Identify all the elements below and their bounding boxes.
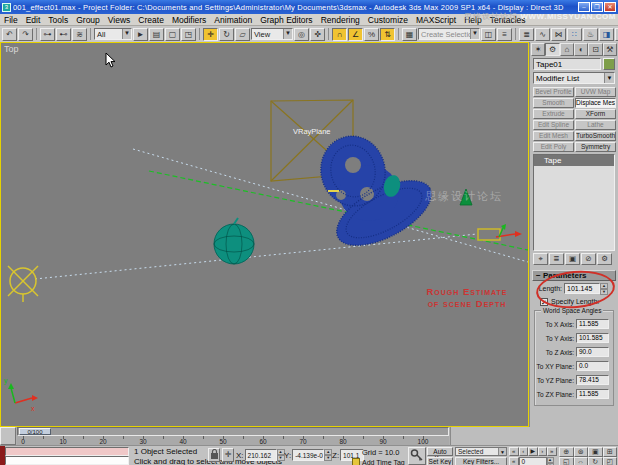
arc-rotate-button[interactable]: ↻ — [588, 457, 603, 465]
teal-sphere-object[interactable] — [214, 218, 254, 264]
named-sets-dropdown[interactable]: Create Selection Set▼ — [418, 28, 480, 40]
rendered-frame-button[interactable]: ◨ — [599, 28, 614, 41]
undo-button[interactable]: ↶ — [2, 28, 17, 41]
edit-named-sets-button[interactable]: ▦ — [402, 28, 417, 41]
angle-field-5[interactable]: 11.585 — [576, 389, 609, 399]
previous-frame-button[interactable]: ‹ — [519, 447, 529, 456]
align-button[interactable]: ≡ — [497, 28, 512, 41]
pin-stack-button[interactable]: ⌖ — [533, 253, 548, 265]
viewport-label[interactable]: Top — [4, 44, 19, 54]
modifier-button-smooth[interactable]: Smooth — [533, 98, 574, 108]
layer-manager-button[interactable]: ≣ — [519, 28, 534, 41]
minimize-button[interactable]: – — [578, 2, 590, 12]
current-frame-field[interactable]: 0 — [519, 457, 547, 465]
zoom-region-button[interactable]: ◱ — [559, 457, 574, 465]
zoom-extents-button[interactable]: ▣ — [588, 447, 603, 457]
goto-end-button[interactable]: » — [547, 447, 557, 456]
spinner-snap-button[interactable]: ⇅ — [380, 28, 395, 41]
angle-field-3[interactable]: 0.0 — [576, 361, 609, 371]
modifier-button-symmetry[interactable]: Symmetry — [575, 142, 616, 152]
remove-modifier-button[interactable]: ⊘ — [581, 253, 596, 265]
viewport-canvas[interactable]: x y VRayPlane — [1, 43, 528, 426]
play-button[interactable]: ▶ — [528, 447, 538, 456]
percent-snap-button[interactable]: % — [364, 28, 379, 41]
menu-tools[interactable]: Tools — [44, 15, 72, 25]
menu-rendering[interactable]: Rendering — [317, 15, 364, 25]
schematic-view-button[interactable]: ⋈ — [551, 28, 566, 41]
render-setup-button[interactable]: ♨ — [583, 28, 598, 41]
selection-region-button[interactable]: ▢ — [165, 28, 180, 41]
select-and-link-button[interactable]: ⊶ — [40, 28, 55, 41]
macro-recorder-field[interactable] — [5, 447, 129, 456]
window-crossing-button[interactable]: ◳ — [181, 28, 196, 41]
auto-key-button[interactable]: Auto Key — [427, 447, 453, 456]
menu-maxscript[interactable]: MAXScript — [412, 15, 460, 25]
select-by-name-button[interactable]: ▤ — [149, 28, 164, 41]
tab-motion[interactable]: ◐ — [574, 43, 588, 56]
mini-listener-grip[interactable] — [0, 427, 16, 445]
zoom-extents-all-button[interactable]: ⊞ — [603, 447, 618, 457]
select-and-rotate-button[interactable]: ↻ — [219, 28, 234, 41]
menu-animation[interactable]: Animation — [210, 15, 256, 25]
add-time-tag[interactable]: Add Time Tag — [352, 458, 405, 465]
tab-modify[interactable]: ⚙ — [545, 43, 559, 56]
x-coordinate-field[interactable]: 210.162 — [245, 449, 277, 461]
parameters-rollout-header[interactable]: − Parameters — [532, 270, 616, 281]
menu-tentacles[interactable]: Tentacles — [486, 15, 530, 25]
modifier-stack-list[interactable]: Tape — [533, 154, 615, 251]
menu-modifiers[interactable]: Modifiers — [168, 15, 210, 25]
angle-field-4[interactable]: 78.415 — [576, 375, 609, 385]
next-frame-button[interactable]: › — [538, 447, 548, 456]
modifier-button-turbosmooth[interactable]: TurboSmooth — [575, 131, 616, 141]
set-keys-button[interactable] — [408, 447, 426, 465]
object-color-swatch[interactable] — [603, 58, 615, 70]
menu-edit[interactable]: Edit — [22, 15, 45, 25]
chevron-down-icon[interactable]: ▼ — [470, 29, 479, 39]
torus-knot-object[interactable] — [314, 130, 441, 258]
zoom-all-button[interactable]: ⊛ — [574, 447, 589, 457]
frame-spinner[interactable]: ▲▼ — [547, 457, 554, 465]
close-button[interactable]: ✕ — [604, 2, 616, 12]
set-key-button[interactable]: Set Key — [427, 457, 453, 465]
time-slider-track[interactable]: 0/100 — [17, 427, 449, 436]
menu-customize[interactable]: Customize — [364, 15, 412, 25]
specify-length-checkbox[interactable]: ✓ — [540, 298, 548, 306]
selection-filter-dropdown[interactable]: All▼ — [94, 28, 132, 40]
length-field[interactable]: 101.145 — [564, 283, 600, 294]
pan-button[interactable]: ⇔ — [574, 457, 589, 465]
menu-views[interactable]: Views — [104, 15, 135, 25]
modifier-button-bevel-profile[interactable]: Bevel Profile — [533, 87, 574, 97]
select-and-move-button[interactable]: ✛ — [203, 28, 218, 41]
tape-helper-object[interactable] — [8, 266, 38, 302]
goto-start-button[interactable]: « — [509, 447, 519, 456]
keyable-selection-dropdown[interactable]: Selected ▼ — [455, 447, 507, 456]
stack-entry-tape[interactable]: Tape — [534, 155, 614, 166]
green-cone-object[interactable] — [460, 189, 472, 205]
transform-typein-icon[interactable]: ✛ — [222, 448, 234, 462]
modifier-button-edit-mesh[interactable]: Edit Mesh — [533, 131, 574, 141]
snap-toggle-button[interactable]: ∩ — [332, 28, 347, 41]
selection-lock-toggle[interactable] — [208, 448, 220, 462]
menu-file[interactable]: File — [0, 15, 22, 25]
menu-create[interactable]: Create — [134, 15, 168, 25]
object-name-field[interactable]: Tape01 — [533, 58, 601, 70]
viewport-top[interactable]: x y VRayPlane Top 思缘设计论坛 Rough Estimate … — [0, 42, 529, 427]
menu-help[interactable]: Help — [460, 15, 485, 25]
configure-modifier-sets-button[interactable]: ⚙ — [597, 253, 612, 265]
y-spinner[interactable]: ▲▼ — [324, 449, 332, 461]
modifier-button-edit-spline[interactable]: Edit Spline — [533, 120, 574, 130]
modifier-button-edit-poly[interactable]: Edit Poly — [533, 142, 574, 152]
reference-coordinate-dropdown[interactable]: View▼ — [251, 28, 293, 40]
key-filters-button[interactable]: Key Filters... — [455, 457, 507, 465]
unlink-selection-button[interactable]: ⊷ — [56, 28, 71, 41]
modifier-button-xform[interactable]: XForm — [575, 109, 616, 119]
menu-graph-editors[interactable]: Graph Editors — [256, 15, 316, 25]
track-bar[interactable]: 0102030405060708090100 — [17, 436, 449, 445]
select-and-manipulate-button[interactable]: ✜ — [310, 28, 325, 41]
time-slider-handle[interactable]: 0/100 — [19, 428, 51, 435]
length-spinner[interactable]: ▲▼ — [600, 283, 608, 294]
angle-field-1[interactable]: 101.585 — [576, 333, 609, 343]
mirror-button[interactable]: ◫ — [481, 28, 496, 41]
maximize-viewport-toggle[interactable]: ◰ — [603, 457, 618, 465]
y-coordinate-field[interactable]: -4.139e-0 — [292, 449, 324, 461]
